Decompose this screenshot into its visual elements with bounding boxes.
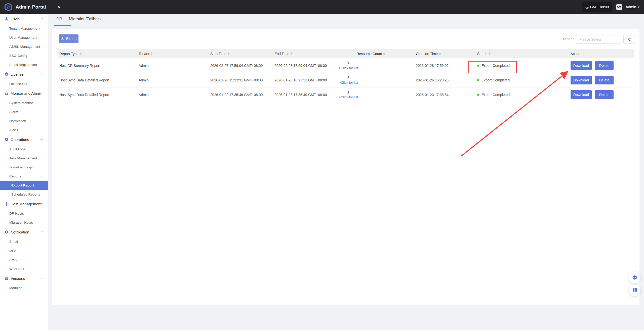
reports-table: Report Type Tenant Start Time End Time R…: [58, 49, 634, 102]
sidebar-item-dr-hosts[interactable]: DR Hosts: [0, 209, 48, 218]
table-row: Host Sync Data Detailed Report Admin 202…: [58, 87, 634, 102]
header-report-type[interactable]: Report Type: [58, 49, 137, 58]
sidebar-item-mfa[interactable]: MFA: [0, 246, 48, 255]
header-creation-time[interactable]: Creation Time: [392, 49, 454, 58]
timezone-chip[interactable]: ◷ GMT+08:00: [582, 2, 612, 12]
tab-migration-failback[interactable]: Migration/Failback: [69, 17, 102, 21]
chevron-up-icon: [41, 231, 44, 234]
user-menu[interactable]: admin ▾: [626, 5, 639, 9]
click-for-list-link[interactable]: >Click for list: [339, 80, 358, 85]
timezone-label: GMT+08:00: [590, 5, 609, 9]
end-time-cell: 2026-01-26 16:23:31 GMT+08:00: [273, 73, 337, 87]
sidebar-item-scheduled-reports[interactable]: Scheduled Reports: [0, 190, 48, 199]
end-time-cell: 2026-01-23 17:35:49 GMT+08:00: [273, 87, 337, 102]
sort-icon[interactable]: [228, 52, 230, 55]
sort-icon[interactable]: [439, 52, 441, 55]
sidebar-group-reports[interactable]: Reports: [0, 172, 48, 181]
more-dash: -: [615, 93, 617, 97]
resource-count-cell: 1 >Click for list: [337, 58, 392, 73]
download-button[interactable]: Download: [571, 61, 592, 70]
start-time-cell: 2026-01-22 17:35:49 GMT+08:00: [209, 87, 273, 102]
delete-button[interactable]: Delete: [595, 90, 614, 99]
sidebar-collapse-icon[interactable]: «: [58, 4, 61, 10]
sidebar-item-email-registration[interactable]: Email Registration: [0, 60, 48, 69]
chevron-up-icon: [41, 92, 44, 95]
sidebar-item-tenant-management[interactable]: Tenant Management: [0, 24, 48, 33]
sidebar-item-download-logs[interactable]: Download Logs: [0, 163, 48, 172]
sidebar-item-audit-logs[interactable]: Audit Logs: [0, 145, 48, 154]
sidebar-item-alerts[interactable]: Alerts: [0, 125, 48, 134]
status-dot: [477, 79, 479, 81]
manual-fab[interactable]: [629, 285, 640, 296]
sidebar-item-user-management[interactable]: User Management: [0, 33, 48, 42]
sidebar-section-notification[interactable]: Notification: [0, 227, 48, 237]
sidebar-item-modules[interactable]: Modules: [0, 283, 48, 292]
sidebar-section-user[interactable]: User: [0, 14, 48, 24]
tenant-cell: Admin: [137, 73, 209, 87]
sidebar-item-sso-config[interactable]: SSO Config: [0, 51, 48, 60]
user-icon: [5, 17, 9, 21]
report-type-cell: Host Sync Data Detailed Report: [58, 87, 137, 102]
tenant-select[interactable]: Please Select: [576, 35, 621, 44]
chevron-up-icon: [41, 277, 44, 280]
language-switch-icon[interactable]: A文: [616, 4, 622, 10]
robot-assistant-icon: [632, 275, 638, 281]
sidebar-item-export-report[interactable]: Export Report: [0, 181, 48, 190]
assistant-fab[interactable]: [629, 272, 640, 284]
tenant-cell: Admin: [137, 58, 209, 73]
delete-button[interactable]: Delete: [595, 61, 614, 70]
more-dash: -: [615, 78, 617, 82]
sort-icon[interactable]: [80, 52, 82, 55]
resource-count-value: 1: [347, 90, 349, 95]
delete-button[interactable]: Delete: [595, 76, 614, 84]
header-action: Action: [547, 49, 634, 58]
sidebar: User Tenant Management User Management A…: [0, 14, 48, 330]
sort-icon[interactable]: [291, 52, 293, 55]
gear-icon: [5, 230, 9, 234]
header-resource-count[interactable]: Resource Count: [337, 49, 392, 58]
status-dot: [477, 94, 479, 96]
tab-bar: DR Migration/Failback: [48, 14, 644, 26]
sidebar-item-webhook[interactable]: WebHook: [0, 264, 48, 273]
header-start-time[interactable]: Start Time: [209, 49, 273, 58]
sidebar-section-monitor-and-alarm[interactable]: Monitor and Alarm: [0, 88, 48, 98]
header-status[interactable]: Status: [454, 49, 547, 58]
sidebar-item-alarm[interactable]: Alarm: [0, 107, 48, 116]
sidebar-item-license-list[interactable]: License List: [0, 79, 48, 88]
sort-icon[interactable]: [489, 52, 491, 55]
chevron-up-icon: [41, 18, 44, 21]
username: admin: [626, 5, 636, 9]
refresh-button[interactable]: ↻: [623, 35, 636, 44]
header-end-time[interactable]: End Time: [273, 49, 337, 58]
sidebar-item-system-monitor[interactable]: System Monitor: [0, 98, 48, 107]
download-button[interactable]: Download: [571, 76, 592, 84]
creation-time-cell: 2026-02-28 17:59:06: [392, 58, 454, 73]
sidebar-item-as-sk-management[interactable]: AS/SK Management: [0, 42, 48, 51]
upload-icon: [61, 37, 64, 41]
tab-dr[interactable]: DR: [56, 17, 62, 21]
sidebar-section-license[interactable]: License: [0, 69, 48, 79]
click-for-list-link[interactable]: >Click for list: [339, 66, 358, 70]
creation-time-cell: 2026-01-23 17:35:54: [392, 87, 454, 102]
sort-icon[interactable]: [150, 52, 152, 55]
sidebar-item-notification[interactable]: Notification: [0, 116, 48, 125]
resource-count-cell: 3 >Click for list: [337, 73, 392, 87]
sidebar-section-host-management[interactable]: Host Management: [0, 199, 48, 209]
sidebar-item-sms[interactable]: SMS: [0, 255, 48, 264]
header-tenant[interactable]: Tenant: [137, 49, 209, 58]
download-button[interactable]: Download: [571, 90, 592, 99]
sidebar-section-operations[interactable]: Operations: [0, 134, 48, 145]
sort-icon[interactable]: [383, 52, 385, 55]
sidebar-item-migration-hosts[interactable]: Migration Hosts: [0, 218, 48, 227]
resource-count-value: 1: [347, 61, 349, 66]
chevron-up-icon: [41, 73, 44, 76]
operations-icon: [5, 137, 9, 142]
versions-icon: [5, 276, 9, 280]
click-for-list-link[interactable]: >Click for list: [339, 95, 358, 100]
export-button[interactable]: Export: [59, 34, 78, 43]
sidebar-item-email[interactable]: Email: [0, 237, 48, 246]
sidebar-section-versions[interactable]: Versions: [0, 273, 48, 283]
action-cell: Download Delete -: [547, 87, 634, 102]
status-cell: Export Completed: [454, 87, 547, 102]
sidebar-item-task-management[interactable]: Task Management: [0, 154, 48, 163]
